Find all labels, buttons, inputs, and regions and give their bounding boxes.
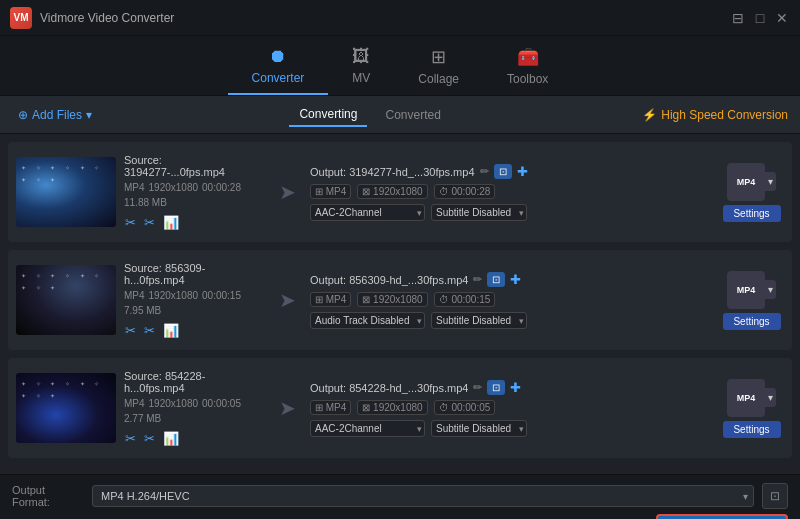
tab-collage-label: Collage bbox=[418, 72, 459, 86]
out-dur-badge-2: ⏱ 00:00:15 bbox=[434, 292, 496, 307]
trim-icon-2[interactable]: ✂ bbox=[143, 322, 156, 339]
format-dropdown-btn-1[interactable]: ▾ bbox=[765, 172, 776, 191]
nav-tabs: ⏺ Converter 🖼 MV ⊞ Collage 🧰 Toolbox bbox=[0, 36, 800, 96]
output-col-1: Output: 3194277-hd_...30fps.mp4 ✏ ⊡ ✚ ⊞ … bbox=[310, 163, 711, 221]
file-meta-1: MP4 1920x1080 00:00:28 11.88 MB bbox=[124, 182, 264, 208]
output-label-3: Output: 854228-hd_...30fps.mp4 ✏ ⊡ ✚ bbox=[310, 379, 711, 396]
out-dur-badge-1: ⏱ 00:00:28 bbox=[434, 184, 496, 199]
app-icon: VM bbox=[10, 7, 32, 29]
output-filename-3: Output: 854228-hd_...30fps.mp4 bbox=[310, 382, 468, 394]
arrow-col-1: ➤ bbox=[272, 180, 302, 204]
audio-select-wrap-2[interactable]: Audio Track Disabled AAC-2Channel bbox=[310, 312, 425, 329]
output-edit-btn-3[interactable]: ⊡ bbox=[487, 380, 505, 395]
bottom-bar: Output Format: MP4 H.264/HEVC MKV AVI MO… bbox=[0, 474, 800, 519]
output-add-btn-3[interactable]: ✚ bbox=[509, 379, 522, 396]
edit-icon-3[interactable]: 📊 bbox=[162, 430, 180, 447]
output-edit-btn-1[interactable]: ⊡ bbox=[494, 164, 512, 179]
out-dur-badge-3: ⏱ 00:00:05 bbox=[434, 400, 496, 415]
source-label-3: Source: 854228-h...0fps.mp4 bbox=[124, 370, 264, 394]
tab-converter[interactable]: ⏺ Converter bbox=[228, 40, 329, 95]
format-ext-1: MP4 bbox=[737, 177, 756, 187]
dropdown-row-3: AAC-2Channel Audio Track Disabled Subtit… bbox=[310, 420, 711, 437]
size-badge-2: 7.95 MB bbox=[124, 305, 161, 316]
format-badge-2: MP4 bbox=[124, 290, 145, 301]
format-select-wrap[interactable]: MP4 H.264/HEVC MKV AVI MOV bbox=[92, 485, 754, 507]
file-meta-2: MP4 1920x1080 00:00:15 7.95 MB bbox=[124, 290, 264, 316]
edit-output-icon-1[interactable]: ✏ bbox=[479, 164, 490, 179]
size-badge-1: 11.88 MB bbox=[124, 197, 167, 208]
edit-output-icon-3[interactable]: ✏ bbox=[472, 380, 483, 395]
dur-badge-1: 00:00:28 bbox=[202, 182, 241, 193]
format-dropdown-btn-3[interactable]: ▾ bbox=[765, 388, 776, 407]
tab-mv-label: MV bbox=[352, 71, 370, 85]
trim-icon-3[interactable]: ✂ bbox=[143, 430, 156, 447]
thumbnail-3 bbox=[16, 373, 116, 443]
file-item-2: Source: 856309-h...0fps.mp4 MP4 1920x108… bbox=[8, 250, 792, 350]
format-icon-3: MP4 bbox=[727, 379, 765, 417]
high-speed-button[interactable]: ⚡ High Speed Conversion bbox=[642, 108, 788, 122]
out-format-badge-3: ⊞ MP4 bbox=[310, 400, 351, 415]
audio-select-1[interactable]: AAC-2Channel Audio Track Disabled bbox=[310, 204, 425, 221]
tab-toolbox[interactable]: 🧰 Toolbox bbox=[483, 40, 572, 95]
subtitle-select-wrap-1[interactable]: Subtitle Disabled bbox=[431, 204, 527, 221]
format-icon-2: MP4 bbox=[727, 271, 765, 309]
settings-button-3[interactable]: Settings bbox=[723, 421, 781, 438]
tab-converting[interactable]: Converting bbox=[289, 103, 367, 127]
format-dropdown-btn-2[interactable]: ▾ bbox=[765, 280, 776, 299]
file-item-1: Source: 3194277-...0fps.mp4 MP4 1920x108… bbox=[8, 142, 792, 242]
maximize-button[interactable]: □ bbox=[752, 10, 768, 26]
output-edit-btn-2[interactable]: ⊡ bbox=[487, 272, 505, 287]
toolbox-icon: 🧰 bbox=[517, 46, 539, 68]
audio-select-2[interactable]: Audio Track Disabled AAC-2Channel bbox=[310, 312, 425, 329]
settings-button-1[interactable]: Settings bbox=[723, 205, 781, 222]
converter-icon: ⏺ bbox=[269, 46, 287, 67]
settings-col-2: MP4 ▾ Settings bbox=[719, 271, 784, 330]
settings-button-2[interactable]: Settings bbox=[723, 313, 781, 330]
out-format-badge-2: ⊞ MP4 bbox=[310, 292, 351, 307]
convert-all-button[interactable]: Convert All bbox=[656, 514, 788, 519]
subtitle-select-wrap-2[interactable]: Subtitle Disabled bbox=[431, 312, 527, 329]
file-actions-3: ✂ ✂ 📊 bbox=[124, 430, 264, 447]
cut-icon-1[interactable]: ✂ bbox=[124, 214, 137, 231]
add-files-label: Add Files bbox=[32, 108, 82, 122]
tab-collage[interactable]: ⊞ Collage bbox=[394, 40, 483, 95]
subtitle-select-2[interactable]: Subtitle Disabled bbox=[431, 312, 527, 329]
audio-select-wrap-3[interactable]: AAC-2Channel Audio Track Disabled bbox=[310, 420, 425, 437]
output-add-btn-2[interactable]: ✚ bbox=[509, 271, 522, 288]
edit-output-icon-2[interactable]: ✏ bbox=[472, 272, 483, 287]
size-badge-3: 2.77 MB bbox=[124, 413, 161, 424]
arrow-icon-3: ➤ bbox=[279, 396, 296, 420]
output-meta-3: ⊞ MP4 ⊠ 1920x1080 ⏱ 00:00:05 bbox=[310, 400, 711, 415]
save-to-row: Save to: ➤ D:\Vidmore\Vidmore Video Conv… bbox=[12, 514, 788, 519]
tab-mv[interactable]: 🖼 MV bbox=[328, 40, 394, 95]
res-badge-2: 1920x1080 bbox=[149, 290, 199, 301]
minimize-button[interactable]: ⊟ bbox=[730, 10, 746, 26]
output-format-row: Output Format: MP4 H.264/HEVC MKV AVI MO… bbox=[12, 483, 788, 509]
dropdown-row-2: Audio Track Disabled AAC-2Channel Subtit… bbox=[310, 312, 711, 329]
output-add-btn-1[interactable]: ✚ bbox=[516, 163, 529, 180]
trim-icon-1[interactable]: ✂ bbox=[143, 214, 156, 231]
output-icons-2: ⊡ ✚ bbox=[487, 271, 522, 288]
thumbnail-1 bbox=[16, 157, 116, 227]
edit-icon-1[interactable]: 📊 bbox=[162, 214, 180, 231]
output-icons-3: ⊡ ✚ bbox=[487, 379, 522, 396]
format-ext-3: MP4 bbox=[737, 393, 756, 403]
output-filename-1: Output: 3194277-hd_...30fps.mp4 bbox=[310, 166, 475, 178]
add-files-button[interactable]: ⊕ Add Files ▾ bbox=[12, 104, 98, 126]
subtitle-select-1[interactable]: Subtitle Disabled bbox=[431, 204, 527, 221]
output-format-select[interactable]: MP4 H.264/HEVC MKV AVI MOV bbox=[92, 485, 754, 507]
format-icon-1: MP4 bbox=[727, 163, 765, 201]
cut-icon-2[interactable]: ✂ bbox=[124, 322, 137, 339]
audio-select-3[interactable]: AAC-2Channel Audio Track Disabled bbox=[310, 420, 425, 437]
subtitle-select-3[interactable]: Subtitle Disabled bbox=[431, 420, 527, 437]
subtitle-select-wrap-3[interactable]: Subtitle Disabled bbox=[431, 420, 527, 437]
tab-converted[interactable]: Converted bbox=[375, 104, 450, 126]
copy-format-button[interactable]: ⊡ bbox=[762, 483, 788, 509]
edit-icon-2[interactable]: 📊 bbox=[162, 322, 180, 339]
settings-col-3: MP4 ▾ Settings bbox=[719, 379, 784, 438]
file-item-3: Source: 854228-h...0fps.mp4 MP4 1920x108… bbox=[8, 358, 792, 458]
arrow-col-3: ➤ bbox=[272, 396, 302, 420]
cut-icon-3[interactable]: ✂ bbox=[124, 430, 137, 447]
close-button[interactable]: ✕ bbox=[774, 10, 790, 26]
audio-select-wrap-1[interactable]: AAC-2Channel Audio Track Disabled bbox=[310, 204, 425, 221]
